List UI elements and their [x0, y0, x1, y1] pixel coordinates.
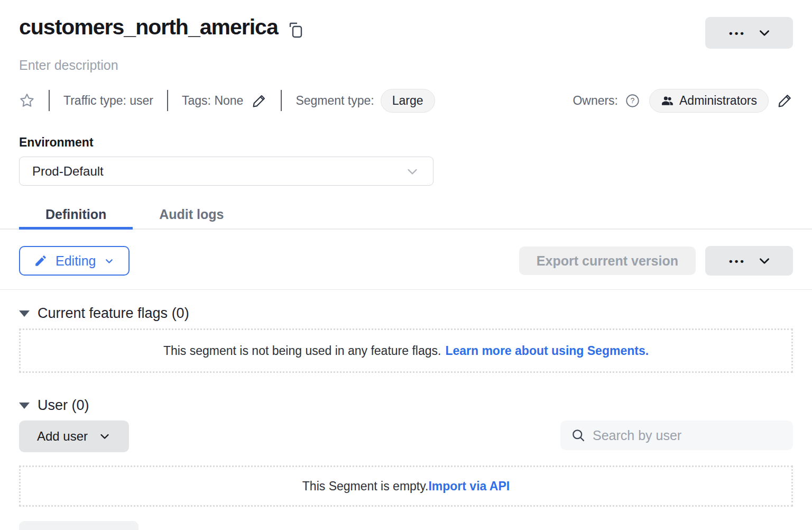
- header-more-button[interactable]: •••: [705, 17, 793, 49]
- meta-row: Traffic type: user Tags: None Segment ty…: [19, 88, 793, 113]
- copy-icon: [289, 22, 303, 39]
- feature-flags-empty-state: This segment is not being used in any fe…: [19, 328, 793, 373]
- feature-flags-section-title: Current feature flags (0): [38, 305, 189, 322]
- svg-text:?: ?: [631, 96, 635, 105]
- environment-select[interactable]: Prod-Default: [19, 157, 433, 186]
- pencil-icon: [252, 93, 267, 108]
- traffic-type-label: Traffic type: user: [63, 94, 153, 108]
- caret-down-icon: [19, 310, 30, 317]
- owners-value: Administrators: [679, 94, 757, 108]
- user-toolbar: Add user: [19, 421, 793, 452]
- copy-name-button[interactable]: [289, 22, 303, 39]
- user-empty-text: This Segment is empty.: [302, 479, 429, 494]
- people-icon: [661, 94, 674, 107]
- favorite-star-button[interactable]: [19, 93, 35, 108]
- feature-flags-section-header[interactable]: Current feature flags (0): [19, 305, 793, 322]
- caret-down-icon: [19, 403, 30, 409]
- pencil-icon: [34, 254, 48, 268]
- bottom-cutoff-button[interactable]: [19, 521, 139, 530]
- user-empty-state: This Segment is empty. Import via API: [19, 465, 793, 507]
- owners-badge[interactable]: Administrators: [649, 89, 769, 113]
- definition-toolbar: Editing Export current version •••: [19, 246, 793, 276]
- toolbar-right-group: Export current version •••: [519, 246, 793, 276]
- user-section-title: User (0): [38, 397, 89, 414]
- search-icon: [571, 428, 586, 443]
- description-placeholder[interactable]: Enter description: [19, 58, 793, 73]
- tab-audit-logs[interactable]: Audit logs: [133, 200, 250, 229]
- owners-label: Owners:: [573, 94, 618, 108]
- editing-label: Editing: [56, 253, 96, 269]
- search-by-user-field[interactable]: [560, 421, 793, 450]
- help-question-icon[interactable]: ?: [625, 94, 640, 108]
- segment-detail-page: customers_north_america ••• Enter descri…: [0, 0, 812, 530]
- export-current-version-button[interactable]: Export current version: [519, 246, 696, 275]
- owners-group: Owners: ? Administrators: [573, 89, 793, 113]
- star-icon: [19, 93, 35, 108]
- toolbar-more-button[interactable]: •••: [705, 246, 793, 276]
- chevron-down-icon: [404, 163, 420, 179]
- ellipsis-icon: •••: [727, 28, 746, 38]
- page-title: customers_north_america: [19, 15, 278, 40]
- add-user-button[interactable]: Add user: [19, 421, 129, 452]
- tab-bar: Definition Audit logs: [0, 200, 812, 230]
- search-by-user-input[interactable]: [593, 428, 782, 443]
- editing-mode-button[interactable]: Editing: [19, 246, 130, 276]
- ellipsis-icon: •••: [727, 256, 746, 266]
- environment-label: Environment: [19, 135, 793, 150]
- meta-divider: [281, 90, 282, 111]
- feature-flags-empty-text: This segment is not being used in any fe…: [163, 344, 441, 358]
- pencil-icon: [777, 93, 793, 108]
- tags-label: Tags: None: [182, 94, 243, 108]
- chevron-down-icon: [758, 26, 771, 40]
- segment-type-badge: Large: [381, 89, 435, 113]
- import-via-api-link[interactable]: Import via API: [428, 479, 510, 494]
- segment-type-label: Segment type:: [296, 94, 374, 108]
- learn-more-link[interactable]: Learn more about using Segments.: [445, 344, 649, 358]
- user-section-header[interactable]: User (0): [19, 397, 793, 414]
- chevron-down-icon: [758, 254, 771, 268]
- meta-divider: [49, 90, 50, 111]
- section-divider: [0, 289, 812, 290]
- edit-tags-button[interactable]: [252, 93, 267, 108]
- meta-divider: [167, 90, 168, 111]
- tab-definition[interactable]: Definition: [19, 200, 133, 229]
- chevron-down-icon: [98, 430, 111, 443]
- edit-owners-button[interactable]: [777, 93, 793, 108]
- chevron-down-icon: [104, 255, 115, 267]
- environment-selected-value: Prod-Default: [32, 164, 104, 179]
- header: customers_north_america •••: [19, 0, 793, 49]
- add-user-label: Add user: [37, 429, 88, 444]
